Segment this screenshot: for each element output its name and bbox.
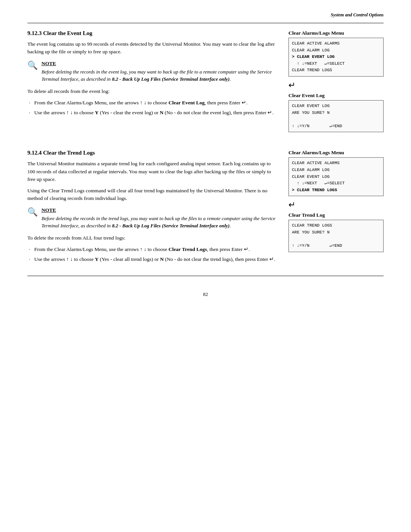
section-9-12-4-right: Clear Alarms/Logs Menu CLEAR ACTIVE ALAR… <box>288 150 384 267</box>
note-text-1: Before deleting the records in the event… <box>41 68 276 83</box>
section-9-12-4-left: 9.12.4 Clear the Trend Logs The Universa… <box>27 150 276 267</box>
section-9-12-3-steps-intro: To delete all records from the event log… <box>27 88 276 95</box>
section-9-12-3-right: Clear Alarms/Logs Menu CLEAR ACTIVE ALAR… <box>288 30 384 136</box>
section-9-12-4-steps-intro: To delete the records from ALL four tren… <box>27 234 276 242</box>
top-divider <box>27 23 384 23</box>
note-box-2: 🔍 NOTE Before deleting the records in th… <box>27 207 276 230</box>
section-9-12-4-bullets: From the Clear Alarms/Logs Menu, use the… <box>27 246 276 264</box>
log1-label: Clear Event Log <box>288 93 384 99</box>
bullet-2-1: From the Clear Alarms/Logs Menu, use the… <box>27 246 276 253</box>
menu1-label: Clear Alarms/Logs Menu <box>288 30 384 36</box>
section-9-12-4-intro1: The Universal Monitor maintains a separa… <box>27 160 276 183</box>
note-box-1: 🔍 NOTE Before deleting the records in th… <box>27 61 276 83</box>
section-9-12-4: 9.12.4 Clear the Trend Logs The Universa… <box>27 150 384 267</box>
section-9-12-3-intro: The event log contains up to 99 records … <box>27 40 276 56</box>
section-9-12-3: 9.12.3 Clear the Event Log The event log… <box>27 30 384 136</box>
lcd-selected-1: > CLEAR EVENT LOG <box>292 54 335 59</box>
note-text-2: Before deleting the records in the trend… <box>41 215 276 230</box>
note-title-2: NOTE <box>41 207 276 213</box>
section-9-12-3-heading: 9.12.3 Clear the Event Log <box>27 30 276 37</box>
enter-arrow-1: ↵ <box>288 80 384 90</box>
page-header: System and Control Options <box>331 12 384 18</box>
section-9-12-3-left: 9.12.3 Clear the Event Log The event log… <box>27 30 276 136</box>
lcd-log-1: CLEAR EVENT LOG ARE YOU SURE? N ↑ ↓=Y/N … <box>288 100 384 132</box>
lcd-log-2: CLEAR TREND LOGS ARE YOU SURE? N ↑ ↓=Y/N… <box>288 220 384 252</box>
section-9-12-4-heading: 9.12.4 Clear the Trend Logs <box>27 150 276 156</box>
lcd-selected-2: > CLEAR TREND LOGS <box>292 188 337 192</box>
section-9-12-3-bullets: From the Clear Alarms/Logs Menu, use the… <box>27 99 276 117</box>
page-number: 82 <box>203 291 208 297</box>
lcd-menu-2: CLEAR ACTIVE ALARMS CLEAR ALARM LOG CLEA… <box>288 157 384 196</box>
note-content-1: NOTE Before deleting the records in the … <box>41 61 276 83</box>
note-icon-2: 🔍 <box>27 208 38 230</box>
header-title: System and Control Options <box>331 12 384 18</box>
note-title-1: NOTE <box>41 61 276 67</box>
log2-label: Clear Trend Log <box>288 212 384 218</box>
bullet-1-2: Use the arrows ↑ ↓ to choose Y (Yes - cl… <box>27 109 276 117</box>
note-icon-1: 🔍 <box>27 61 38 83</box>
lcd-menu-1: CLEAR ACTIVE ALARMS CLEAR ALARM LOG > CL… <box>288 38 384 77</box>
page: System and Control Options 9.12.3 Clear … <box>0 0 411 311</box>
bullet-1-1: From the Clear Alarms/Logs Menu, use the… <box>27 99 276 107</box>
bullet-2-2: Use the arrows ↑ ↓ to choose Y (Yes - cl… <box>27 256 276 263</box>
menu2-label: Clear Alarms/Logs Menu <box>288 150 384 156</box>
footer: 82 <box>0 291 411 297</box>
enter-arrow-2: ↵ <box>288 200 384 210</box>
section-9-12-4-intro2: Using the Clear Trend Logs command will … <box>27 187 276 203</box>
note-content-2: NOTE Before deleting the records in the … <box>41 207 276 230</box>
footer-divider <box>27 276 384 276</box>
